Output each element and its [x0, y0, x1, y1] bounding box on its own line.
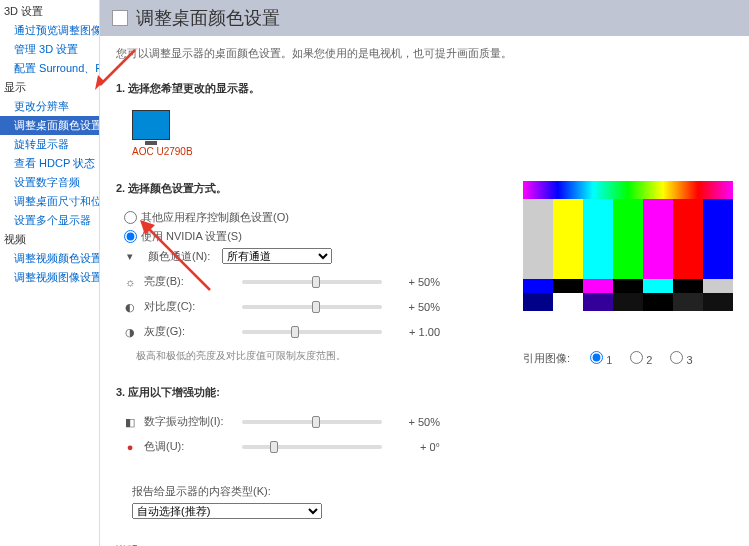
slider-value: + 1.00 — [390, 326, 440, 338]
slider-value: + 0° — [390, 441, 440, 453]
tree-item[interactable]: 配置 Surround、Ph — [0, 59, 99, 78]
header: 调整桌面颜色设置 — [100, 0, 749, 36]
report-label: 报告给显示器的内容类型(K): — [132, 484, 493, 499]
gamma-icon: ◑ — [124, 326, 136, 338]
radio-other-apps[interactable] — [124, 211, 137, 224]
hue-slider[interactable] — [242, 445, 382, 449]
swatch-icon: ▾ — [124, 250, 136, 262]
monitor-icon[interactable] — [132, 110, 170, 140]
content-type-select[interactable]: 自动选择(推荐) — [132, 503, 322, 519]
radio-label: 使用 NVIDIA 设置(S) — [141, 229, 242, 244]
tree-group-display[interactable]: 显示 — [0, 78, 99, 97]
tree-item[interactable]: 旋转显示器 — [0, 135, 99, 154]
tree-item[interactable]: 设置多个显示器 — [0, 211, 99, 230]
radio-nvidia[interactable] — [124, 230, 137, 243]
sidebar: 3D 设置 通过预览调整图像设 管理 3D 设置 配置 Surround、Ph … — [0, 0, 100, 546]
monitor-label: AOC U2790B — [132, 146, 733, 157]
tree-item[interactable]: 查看 HDCP 状态 — [0, 154, 99, 173]
contrast-slider[interactable] — [242, 305, 382, 309]
slider-label: 亮度(B): — [144, 274, 234, 289]
tree-item[interactable]: 调整桌面尺寸和位置 — [0, 192, 99, 211]
contrast-icon: ◐ — [124, 301, 136, 313]
brightness-icon: ☼ — [124, 276, 136, 288]
radio-label: 其他应用程序控制颜色设置(O) — [141, 210, 289, 225]
tree-group-video[interactable]: 视频 — [0, 230, 99, 249]
section2-title: 2. 选择颜色设置方式。 — [116, 181, 493, 196]
tree-item[interactable]: 管理 3D 设置 — [0, 40, 99, 59]
page-title: 调整桌面颜色设置 — [136, 6, 280, 30]
slider-value: + 50% — [390, 301, 440, 313]
preview-image — [523, 181, 733, 311]
header-icon — [112, 10, 128, 26]
slider-label: 灰度(G): — [144, 324, 234, 339]
tree-item[interactable]: 调整视频图像设置 — [0, 268, 99, 287]
slider-value: + 50% — [390, 416, 440, 428]
hue-icon: ● — [124, 441, 136, 453]
tree-item[interactable]: 调整视频颜色设置 — [0, 249, 99, 268]
brightness-slider[interactable] — [242, 280, 382, 284]
tree-group-3d[interactable]: 3D 设置 — [0, 2, 99, 21]
ref-opt-3[interactable]: 3 — [670, 351, 692, 366]
tree-item-adjust-color[interactable]: 调整桌面颜色设置 — [0, 116, 99, 135]
channel-select[interactable]: 所有通道 — [222, 248, 332, 264]
slider-label: 色调(U): — [144, 439, 234, 454]
vibrance-icon: ◧ — [124, 416, 136, 428]
slider-label: 对比度(C): — [144, 299, 234, 314]
slider-label: 数字振动控制(I): — [144, 414, 234, 429]
section1-title: 1. 选择您希望更改的显示器。 — [116, 81, 733, 96]
tree-item[interactable]: 更改分辨率 — [0, 97, 99, 116]
ref-opt-2[interactable]: 2 — [630, 351, 652, 366]
tree-item[interactable]: 设置数字音频 — [0, 173, 99, 192]
ref-opt-1[interactable]: 1 — [590, 351, 612, 366]
gamma-note: 极高和极低的亮度及对比度值可限制灰度范围。 — [136, 349, 493, 363]
section3-title: 3. 应用以下增强功能: — [116, 385, 493, 400]
intro-text: 您可以调整显示器的桌面颜色设置。如果您使用的是电视机，也可提升画面质量。 — [116, 46, 733, 61]
channel-label: 颜色通道(N): — [148, 249, 210, 264]
slider-value: + 50% — [390, 276, 440, 288]
gamma-slider[interactable] — [242, 330, 382, 334]
tree-item[interactable]: 通过预览调整图像设 — [0, 21, 99, 40]
ref-label: 引用图像: — [523, 351, 570, 366]
vibrance-slider[interactable] — [242, 420, 382, 424]
main-panel: 调整桌面颜色设置 您可以调整显示器的桌面颜色设置。如果您使用的是电视机，也可提升… — [100, 0, 749, 546]
